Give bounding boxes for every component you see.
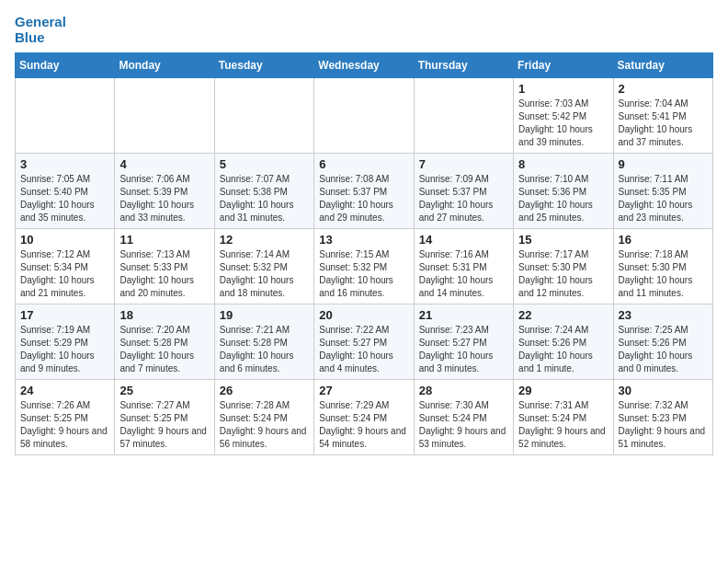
- calendar-cell: 24Sunrise: 7:26 AM Sunset: 5:25 PM Dayli…: [16, 380, 115, 455]
- calendar-cell: [214, 78, 313, 154]
- day-number: 16: [619, 233, 708, 247]
- day-info: Sunrise: 7:24 AM Sunset: 5:26 PM Dayligh…: [518, 324, 608, 375]
- weekday-header-sunday: Sunday: [16, 53, 115, 78]
- day-number: 18: [119, 308, 209, 322]
- day-info: Sunrise: 7:20 AM Sunset: 5:28 PM Dayligh…: [119, 324, 209, 375]
- calendar-table: SundayMondayTuesdayWednesdayThursdayFrid…: [15, 52, 713, 455]
- day-number: 8: [518, 157, 608, 171]
- day-info: Sunrise: 7:15 AM Sunset: 5:32 PM Dayligh…: [319, 248, 408, 300]
- day-info: Sunrise: 7:16 AM Sunset: 5:31 PM Dayligh…: [419, 248, 508, 300]
- calendar-cell: [414, 78, 513, 154]
- day-info: Sunrise: 7:14 AM Sunset: 5:32 PM Dayligh…: [220, 248, 309, 300]
- day-info: Sunrise: 7:32 AM Sunset: 5:23 PM Dayligh…: [619, 399, 708, 451]
- calendar-cell: 16Sunrise: 7:18 AM Sunset: 5:30 PM Dayli…: [613, 229, 712, 304]
- day-number: 17: [20, 308, 109, 322]
- calendar-cell: 17Sunrise: 7:19 AM Sunset: 5:29 PM Dayli…: [16, 304, 115, 380]
- day-info: Sunrise: 7:28 AM Sunset: 5:24 PM Dayligh…: [220, 399, 309, 451]
- day-info: Sunrise: 7:10 AM Sunset: 5:36 PM Dayligh…: [518, 173, 608, 224]
- day-info: Sunrise: 7:23 AM Sunset: 5:27 PM Dayligh…: [419, 324, 508, 375]
- calendar-cell: 21Sunrise: 7:23 AM Sunset: 5:27 PM Dayli…: [414, 304, 513, 380]
- weekday-header-wednesday: Wednesday: [314, 53, 414, 78]
- calendar-cell: 13Sunrise: 7:15 AM Sunset: 5:32 PM Dayli…: [314, 229, 414, 304]
- day-number: 12: [220, 233, 309, 247]
- calendar-cell: 3Sunrise: 7:05 AM Sunset: 5:40 PM Daylig…: [16, 154, 115, 229]
- calendar-cell: 9Sunrise: 7:11 AM Sunset: 5:35 PM Daylig…: [613, 154, 712, 229]
- day-number: 3: [20, 157, 109, 171]
- day-number: 7: [419, 157, 508, 171]
- day-info: Sunrise: 7:30 AM Sunset: 5:24 PM Dayligh…: [419, 399, 508, 451]
- calendar-cell: [314, 78, 414, 154]
- calendar-cell: 26Sunrise: 7:28 AM Sunset: 5:24 PM Dayli…: [214, 380, 313, 455]
- day-number: 23: [619, 308, 708, 322]
- day-info: Sunrise: 7:25 AM Sunset: 5:26 PM Dayligh…: [619, 324, 708, 375]
- day-info: Sunrise: 7:18 AM Sunset: 5:30 PM Dayligh…: [619, 248, 708, 300]
- calendar-cell: 23Sunrise: 7:25 AM Sunset: 5:26 PM Dayli…: [613, 304, 712, 380]
- day-number: 13: [319, 233, 408, 247]
- calendar-cell: 14Sunrise: 7:16 AM Sunset: 5:31 PM Dayli…: [414, 229, 513, 304]
- day-number: 5: [220, 157, 309, 171]
- day-info: Sunrise: 7:06 AM Sunset: 5:39 PM Dayligh…: [119, 173, 209, 224]
- day-number: 29: [518, 384, 608, 397]
- day-info: Sunrise: 7:04 AM Sunset: 5:41 PM Dayligh…: [619, 98, 708, 149]
- day-number: 20: [319, 308, 408, 322]
- day-number: 11: [119, 233, 209, 247]
- day-number: 14: [419, 233, 508, 247]
- calendar-cell: 10Sunrise: 7:12 AM Sunset: 5:34 PM Dayli…: [16, 229, 115, 304]
- calendar-cell: 15Sunrise: 7:17 AM Sunset: 5:30 PM Dayli…: [514, 229, 613, 304]
- day-number: 30: [619, 384, 708, 397]
- day-number: 1: [518, 82, 608, 96]
- page-header: GeneralBlue: [15, 15, 713, 45]
- calendar-cell: 4Sunrise: 7:06 AM Sunset: 5:39 PM Daylig…: [115, 154, 214, 229]
- calendar-cell: 18Sunrise: 7:20 AM Sunset: 5:28 PM Dayli…: [115, 304, 214, 380]
- calendar-cell: 5Sunrise: 7:07 AM Sunset: 5:38 PM Daylig…: [214, 154, 313, 229]
- day-info: Sunrise: 7:13 AM Sunset: 5:33 PM Dayligh…: [119, 248, 209, 300]
- day-number: 2: [619, 82, 708, 96]
- calendar-cell: 20Sunrise: 7:22 AM Sunset: 5:27 PM Dayli…: [314, 304, 414, 380]
- day-info: Sunrise: 7:27 AM Sunset: 5:25 PM Dayligh…: [119, 399, 209, 451]
- weekday-header-saturday: Saturday: [613, 53, 712, 78]
- day-number: 9: [619, 157, 708, 171]
- calendar-cell: 12Sunrise: 7:14 AM Sunset: 5:32 PM Dayli…: [214, 229, 313, 304]
- day-info: Sunrise: 7:21 AM Sunset: 5:28 PM Dayligh…: [220, 324, 309, 375]
- calendar-cell: 22Sunrise: 7:24 AM Sunset: 5:26 PM Dayli…: [514, 304, 613, 380]
- day-info: Sunrise: 7:17 AM Sunset: 5:30 PM Dayligh…: [518, 248, 608, 300]
- day-info: Sunrise: 7:22 AM Sunset: 5:27 PM Dayligh…: [319, 324, 408, 375]
- weekday-header-monday: Monday: [115, 53, 214, 78]
- weekday-header-tuesday: Tuesday: [214, 53, 313, 78]
- calendar-cell: 19Sunrise: 7:21 AM Sunset: 5:28 PM Dayli…: [214, 304, 313, 380]
- logo-text: GeneralBlue: [15, 15, 66, 45]
- day-number: 21: [419, 308, 508, 322]
- day-info: Sunrise: 7:09 AM Sunset: 5:37 PM Dayligh…: [419, 173, 508, 224]
- day-info: Sunrise: 7:29 AM Sunset: 5:24 PM Dayligh…: [319, 399, 408, 451]
- day-number: 27: [319, 384, 408, 397]
- calendar-cell: 1Sunrise: 7:03 AM Sunset: 5:42 PM Daylig…: [514, 78, 613, 154]
- day-number: 15: [518, 233, 608, 247]
- day-number: 26: [220, 384, 309, 397]
- day-info: Sunrise: 7:07 AM Sunset: 5:38 PM Dayligh…: [220, 173, 309, 224]
- day-info: Sunrise: 7:11 AM Sunset: 5:35 PM Dayligh…: [619, 173, 708, 224]
- logo: GeneralBlue: [15, 15, 66, 45]
- calendar-cell: 7Sunrise: 7:09 AM Sunset: 5:37 PM Daylig…: [414, 154, 513, 229]
- day-info: Sunrise: 7:03 AM Sunset: 5:42 PM Dayligh…: [518, 98, 608, 149]
- calendar-cell: 6Sunrise: 7:08 AM Sunset: 5:37 PM Daylig…: [314, 154, 414, 229]
- calendar-cell: [16, 78, 115, 154]
- calendar-cell: 27Sunrise: 7:29 AM Sunset: 5:24 PM Dayli…: [314, 380, 414, 455]
- calendar-cell: 8Sunrise: 7:10 AM Sunset: 5:36 PM Daylig…: [514, 154, 613, 229]
- weekday-header-friday: Friday: [514, 53, 613, 78]
- day-number: 4: [119, 157, 209, 171]
- day-number: 22: [518, 308, 608, 322]
- weekday-header-thursday: Thursday: [414, 53, 513, 78]
- day-number: 24: [20, 384, 109, 397]
- calendar-cell: 2Sunrise: 7:04 AM Sunset: 5:41 PM Daylig…: [613, 78, 712, 154]
- calendar-cell: 30Sunrise: 7:32 AM Sunset: 5:23 PM Dayli…: [613, 380, 712, 455]
- day-info: Sunrise: 7:26 AM Sunset: 5:25 PM Dayligh…: [20, 399, 109, 451]
- day-number: 19: [220, 308, 309, 322]
- day-number: 25: [119, 384, 209, 397]
- calendar-cell: 28Sunrise: 7:30 AM Sunset: 5:24 PM Dayli…: [414, 380, 513, 455]
- calendar-cell: [115, 78, 214, 154]
- day-number: 6: [319, 157, 408, 171]
- day-info: Sunrise: 7:19 AM Sunset: 5:29 PM Dayligh…: [20, 324, 109, 375]
- calendar-cell: 29Sunrise: 7:31 AM Sunset: 5:24 PM Dayli…: [514, 380, 613, 455]
- calendar-cell: 25Sunrise: 7:27 AM Sunset: 5:25 PM Dayli…: [115, 380, 214, 455]
- day-number: 10: [20, 233, 109, 247]
